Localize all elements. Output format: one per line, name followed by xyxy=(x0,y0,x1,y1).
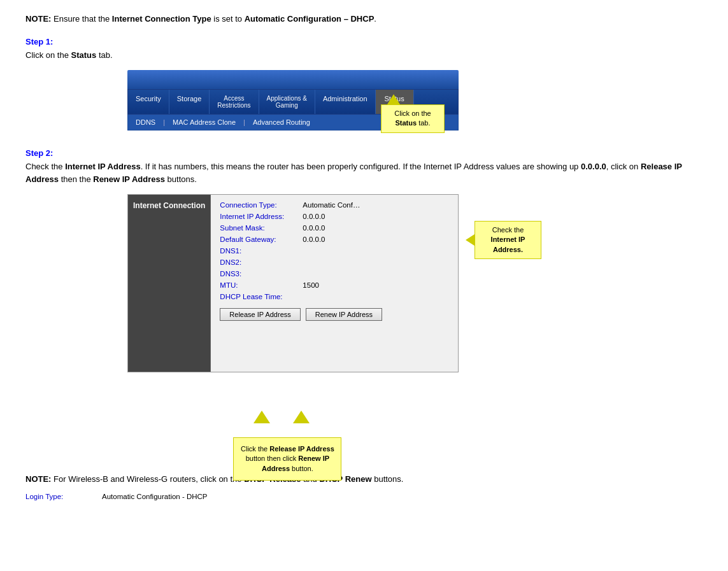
step1-heading: Step 1: xyxy=(25,37,703,46)
callout-status: Click on the Status tab. xyxy=(381,104,445,133)
nav-tab-storage[interactable]: Storage xyxy=(169,90,210,114)
button-callout-arrows2 xyxy=(293,411,310,423)
ic-panel: Internet Connection Connection Type: Aut… xyxy=(127,194,459,372)
callout-ip: Check the Internet IP Address. xyxy=(475,221,541,259)
release-ip-button[interactable]: Release IP Address xyxy=(220,308,300,321)
ic-value-subnet: 0.0.0.0 xyxy=(303,224,325,232)
step1-bold: Status xyxy=(71,50,97,60)
ic-label-dns2: DNS2: xyxy=(220,258,303,266)
note1-text: Ensure that the xyxy=(51,14,111,24)
sub-nav-routing[interactable]: Advanced Routing xyxy=(245,117,318,127)
ic-label-internet-ip: Internet IP Address: xyxy=(220,213,303,220)
bottom-value: Automatic Configuration - DHCP xyxy=(102,493,208,500)
ic-row-dns1: DNS1: xyxy=(220,247,449,255)
ic-label-gateway: Default Gateway: xyxy=(220,236,303,243)
ic-value-internet-ip: 0.0.0.0 xyxy=(303,213,325,220)
ic-label-connection-type: Connection Type: xyxy=(220,201,303,209)
step2-bold4: Renew IP Address xyxy=(93,174,165,184)
ic-row-subnet: Subnet Mask: 0.0.0.0 xyxy=(220,224,449,232)
step2-heading: Step 2: xyxy=(25,148,703,158)
step2-text: Check the Internet IP Address. If it has… xyxy=(25,160,703,185)
nav-tab-access[interactable]: AccessRestrictions xyxy=(210,90,259,114)
ic-row-gateway: Default Gateway: 0.0.0.0 xyxy=(220,236,449,243)
ic-row-mtu: MTU: 1500 xyxy=(220,281,449,289)
ic-row-internet-ip: Internet IP Address: 0.0.0.0 xyxy=(220,213,449,220)
note1-bold2: Automatic Configuration – DHCP xyxy=(245,14,375,24)
step2-text1-before: Check the xyxy=(25,162,65,171)
ic-label-subnet: Subnet Mask: xyxy=(220,224,303,232)
button-callout-arrows xyxy=(253,411,270,423)
router-screenshot: Security Storage AccessRestrictions Appl… xyxy=(127,70,459,130)
bottom-label: Login Type: xyxy=(25,493,102,500)
ic-row-dns2: DNS2: xyxy=(220,258,449,266)
note2-prefix: NOTE: xyxy=(25,474,51,484)
step2-bold2: 0.0.0.0 xyxy=(581,162,606,171)
ic-sidebar-label: Internet Connection xyxy=(133,201,205,210)
step1-text-before: Click on the xyxy=(25,50,71,60)
callout-buttons: Click the Release IP Address button then… xyxy=(233,437,341,481)
note-1: NOTE: Ensure that the Internet Connectio… xyxy=(25,13,703,25)
arrow-up-right2 xyxy=(293,411,310,423)
step2-text1-after: . If it has numbers, this means the rout… xyxy=(141,162,581,171)
note2-text3: buttons. xyxy=(372,474,404,484)
ic-sidebar: Internet Connection xyxy=(128,195,211,372)
nav-tab-security[interactable]: Security xyxy=(128,90,169,114)
ic-row-dhcp-lease: DHCP Lease Time: xyxy=(220,293,449,300)
note1-prefix: NOTE: xyxy=(25,14,51,24)
sub-nav-mac[interactable]: MAC Address Clone xyxy=(165,117,243,127)
ic-value-mtu: 1500 xyxy=(303,281,319,289)
ic-label-mtu: MTU: xyxy=(220,281,303,289)
step2-section: Step 2: Check the Internet IP Address. I… xyxy=(25,148,703,372)
step2-bold1: Internet IP Address xyxy=(65,162,140,171)
ic-value-connection-type: Automatic Conf… xyxy=(303,201,360,209)
ic-content: Connection Type: Automatic Conf… Interne… xyxy=(211,195,458,372)
step1-text: Click on the Status tab. xyxy=(25,49,703,62)
arrow-up-left xyxy=(253,411,270,423)
status-arrow: Click on the Status tab. xyxy=(381,94,445,133)
note-2: NOTE: For Wireless-B and Wireless-G rout… xyxy=(25,474,703,484)
bottom-row: Login Type: Automatic Configuration - DH… xyxy=(25,493,703,500)
ic-label-dhcp-lease: DHCP Lease Time: xyxy=(220,293,303,300)
callout-ip-wrapper: Check the Internet IP Address. xyxy=(466,221,541,259)
renew-ip-button[interactable]: Renew IP Address xyxy=(306,308,382,321)
step1-text-after: tab. xyxy=(96,50,112,60)
note1-text3: . xyxy=(374,14,376,24)
ic-buttons: Release IP Address Renew IP Address xyxy=(220,308,449,321)
router-nav-top xyxy=(127,70,459,89)
ic-panel-wrapper: Internet Connection Connection Type: Aut… xyxy=(127,194,459,372)
step2-text1-mid: , click on xyxy=(606,162,641,171)
ic-value-gateway: 0.0.0.0 xyxy=(303,236,325,243)
note1-bold1: Internet Connection Type xyxy=(112,14,211,24)
nav-tab-apps[interactable]: Applications &Gaming xyxy=(259,90,315,114)
nav-tab-admin[interactable]: Administration xyxy=(315,90,376,114)
ic-row-dns3: DNS3: xyxy=(220,270,449,278)
note1-text2: is set to xyxy=(211,14,245,24)
callout-buttons-wrapper: Click the Release IP Address button then… xyxy=(233,437,341,481)
ic-label-dns3: DNS3: xyxy=(220,270,303,278)
arrow-left-ip xyxy=(466,234,475,246)
step2-text1-end: buttons. xyxy=(165,174,197,184)
step1-section: Step 1: Click on the Status tab. Securit… xyxy=(25,37,703,131)
sub-nav-ddns[interactable]: DDNS xyxy=(128,117,163,127)
note2-text: For Wireless-B and Wireless-G routers, c… xyxy=(51,474,244,484)
ic-row-connection-type: Connection Type: Automatic Conf… xyxy=(220,201,449,209)
step2-text1-mid2: then the xyxy=(59,174,93,184)
ic-label-dns1: DNS1: xyxy=(220,247,303,255)
